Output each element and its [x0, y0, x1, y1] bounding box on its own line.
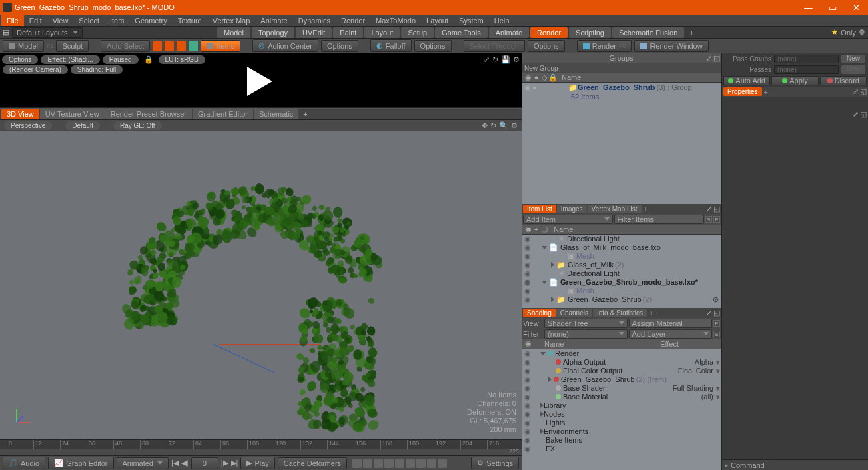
axis-gizmo[interactable]: [13, 406, 33, 426]
popout-icon[interactable]: ◱: [860, 110, 867, 119]
tab-info-stats[interactable]: Info & Statistics: [593, 309, 647, 317]
menu-dynamics[interactable]: Dynamics: [293, 15, 336, 26]
lock-icon[interactable]: 🔒: [141, 55, 156, 64]
tab-properties[interactable]: Properties: [723, 87, 762, 96]
s-icon[interactable]: S: [713, 331, 720, 337]
maximize-icon[interactable]: ⤢: [706, 54, 712, 63]
rotate-icon[interactable]: ↻: [490, 121, 496, 130]
menu-help[interactable]: Help: [489, 15, 515, 26]
goto-end-icon[interactable]: ▶|: [231, 459, 238, 467]
items-button[interactable]: Items: [201, 40, 240, 52]
item-row[interactable]: ◉ 📄Green_Gazebo_Shrub_modo_base.lxo*: [522, 278, 721, 287]
action-center-button[interactable]: ◎Action Center: [252, 39, 318, 52]
layout-tab-uvedit[interactable]: UVEdit: [296, 27, 332, 38]
tab-item-list[interactable]: Item List: [523, 205, 556, 213]
shader-row[interactable]: ◉Lights: [522, 419, 721, 427]
tab-channels[interactable]: Channels: [556, 309, 592, 317]
menu-maxtomodo[interactable]: MaxToModo: [370, 15, 421, 26]
sel-icon-1[interactable]: [153, 41, 162, 51]
gear-icon[interactable]: ⚙: [511, 121, 518, 130]
view-tab-gradient-editor[interactable]: Gradient Editor: [193, 109, 253, 119]
layouts-menu-icon[interactable]: ▤: [3, 28, 9, 37]
preview-shading[interactable]: Shading: Full: [71, 65, 123, 74]
model-button[interactable]: Model: [3, 40, 44, 52]
layout-tab-model[interactable]: Model: [217, 27, 250, 38]
select-through-button[interactable]: Select Through: [464, 40, 525, 52]
shader-row[interactable]: ◉FX: [522, 445, 721, 453]
group-row[interactable]: ◉● 📁 Green_Gazebo_Shrub(3) : Group: [522, 83, 721, 92]
menu-system[interactable]: System: [454, 15, 489, 26]
menu-view[interactable]: View: [47, 15, 74, 26]
key-icon-4[interactable]: [384, 459, 394, 468]
menu-file[interactable]: File: [1, 15, 24, 26]
discard-button[interactable]: Discard: [820, 76, 867, 85]
new-group-button[interactable]: New Group: [522, 63, 721, 73]
options-button-3[interactable]: Options: [528, 40, 565, 52]
shader-row[interactable]: ◉Alpha OutputAlpha▾: [522, 358, 721, 367]
preview-options[interactable]: Options: [2, 55, 38, 64]
key-icon-7[interactable]: [416, 459, 426, 468]
maximize-button[interactable]: ▭: [823, 3, 842, 13]
menu-render[interactable]: Render: [336, 15, 370, 26]
key-icon-5[interactable]: [395, 459, 404, 468]
gear-icon[interactable]: ⚙: [859, 28, 865, 37]
popout-icon[interactable]: ◱: [713, 205, 720, 213]
menu-select[interactable]: Select: [73, 15, 105, 26]
layouts-dropdown[interactable]: Default Layouts: [12, 27, 83, 38]
timeline[interactable]: 0122436486072849610812013214415616818019…: [0, 439, 522, 455]
options-button-1[interactable]: Options: [321, 40, 358, 52]
sel-icon-3[interactable]: [177, 41, 186, 51]
shader-row[interactable]: ◉ Library: [522, 401, 721, 410]
key-icon-1[interactable]: [352, 459, 362, 468]
view-perspective[interactable]: Perspective: [4, 121, 52, 130]
menu-layout[interactable]: Layout: [421, 15, 454, 26]
only-button[interactable]: Only: [841, 29, 856, 37]
popout-icon[interactable]: ◱: [860, 87, 867, 96]
view-tab-3d-view[interactable]: 3D View: [1, 109, 39, 119]
view-tab-schematic[interactable]: Schematic: [254, 109, 298, 119]
goto-start-icon[interactable]: |◀: [171, 459, 179, 467]
menu-animate[interactable]: Animate: [255, 15, 292, 26]
anim-mode-dropdown[interactable]: Animated: [117, 457, 169, 469]
sel-icon-2[interactable]: [165, 41, 174, 51]
layout-tab-schematic-fusion[interactable]: Schematic Fusion: [612, 27, 684, 38]
move-icon[interactable]: ✥: [482, 121, 488, 130]
item-row[interactable]: ◉☀Directional Light: [522, 235, 721, 243]
layout-tab-setup[interactable]: Setup: [401, 27, 434, 38]
maximize-icon[interactable]: ⤢: [706, 309, 712, 317]
filter-s-icon[interactable]: S: [705, 216, 712, 223]
shading-tree[interactable]: ◉ Render◉Alpha OutputAlpha▾◉Final Color …: [522, 349, 721, 471]
item-list-tree[interactable]: ◉☀Directional Light◉ 📄Glass_of_Milk_modo…: [522, 235, 721, 308]
audio-button[interactable]: 🎵Audio: [3, 457, 45, 469]
preview-camera[interactable]: (Render Camera): [3, 65, 68, 74]
add-view-tab-icon[interactable]: +: [299, 109, 311, 119]
key-icon-8[interactable]: [427, 459, 436, 468]
command-bar[interactable]: ▸ Command: [722, 459, 868, 470]
preview-lut[interactable]: LUT: sRGB: [159, 55, 205, 64]
preview-effect[interactable]: Effect: (Shadi...: [41, 55, 99, 64]
pass-groups-dropdown[interactable]: (none): [774, 55, 839, 63]
f-icon[interactable]: F: [713, 320, 720, 327]
maximize-icon[interactable]: ⤢: [853, 87, 859, 96]
apply-button[interactable]: Apply: [771, 76, 818, 85]
shader-row[interactable]: ◉ Green_Gazebo_Shrub(2) (Item): [522, 375, 721, 384]
render-window-button[interactable]: Render Window: [634, 40, 708, 52]
preview-paused[interactable]: Paused: [103, 55, 139, 64]
add-layer-dropdown[interactable]: Add Layer: [629, 329, 713, 339]
layout-tab-game-tools[interactable]: Game Tools: [435, 27, 488, 38]
layout-tab-layout[interactable]: Layout: [364, 27, 400, 38]
tab-vertex-map[interactable]: Vertex Map List: [588, 205, 642, 213]
render-button[interactable]: RenderF9: [577, 40, 632, 52]
filter-items-field[interactable]: Filter Items: [614, 215, 705, 224]
maximize-view-icon[interactable]: ⤢: [853, 110, 859, 119]
layout-tab-animate[interactable]: Animate: [489, 27, 529, 38]
zoom-icon[interactable]: 🔍: [499, 121, 508, 130]
minimize-button[interactable]: —: [799, 3, 818, 13]
layout-tab-scripting[interactable]: Scripting: [569, 27, 611, 38]
cache-deformers-button[interactable]: Cache Deformers: [278, 457, 347, 469]
auto-select-button[interactable]: Auto Select: [101, 40, 150, 52]
view-tab-uv-texture-view[interactable]: UV Texture View: [40, 109, 105, 119]
add-tab-icon[interactable]: +: [649, 309, 653, 317]
item-row[interactable]: ◉ 📁Green_Gazebo_Shrub(2)⊘: [522, 295, 721, 304]
shader-row[interactable]: ◉ Environments: [522, 427, 721, 436]
